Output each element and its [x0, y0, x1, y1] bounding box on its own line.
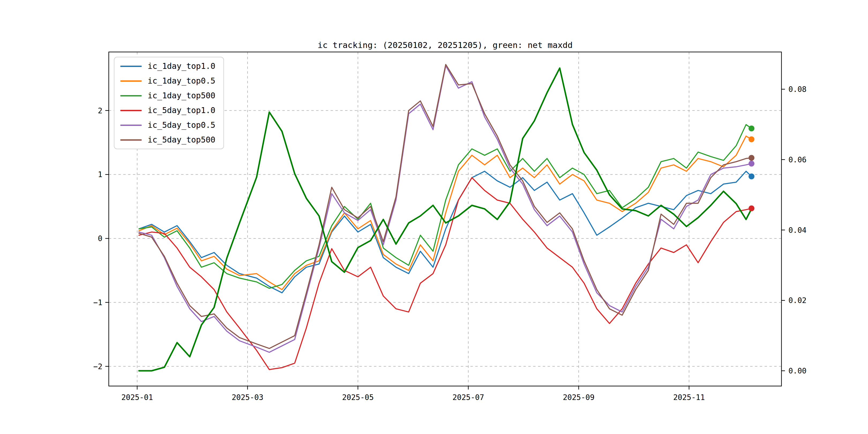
x-tick-label: 2025-11 [673, 393, 705, 402]
legend-item-ic_1day_top0.5: ic_1day_top0.5 [120, 76, 215, 86]
left-tick-label: −1 [93, 298, 102, 307]
series-end-dot-ic_1day_top0.5 [748, 136, 754, 142]
x-tick-label: 2025-03 [232, 393, 264, 402]
legend-label: ic_1day_top1.0 [148, 62, 215, 71]
chart-title: ic tracking: (20250102, 20251205), green… [109, 40, 781, 50]
left-tick-label: 0 [98, 234, 102, 243]
legend-label: ic_5day_top0.5 [148, 121, 215, 130]
series-end-dot-ic_1day_top1.0 [748, 173, 754, 179]
legend-item-ic_1day_top1.0: ic_1day_top1.0 [120, 62, 215, 71]
series-line-ic_1day_top0.5 [139, 136, 751, 289]
legend-swatch-icon [120, 125, 142, 126]
left-tick-label: 1 [98, 170, 102, 179]
legend-label: ic_1day_top0.5 [148, 76, 215, 86]
right-tick-label: 0.06 [788, 155, 806, 164]
legend-item-ic_5day_top500: ic_5day_top500 [120, 135, 215, 145]
legend-box: ic_1day_top1.0ic_1day_top0.5ic_1day_top5… [114, 57, 224, 149]
x-tick-label: 2025-07 [453, 393, 484, 402]
legend-item-ic_5day_top0.5: ic_5day_top0.5 [120, 121, 215, 130]
legend-item-ic_1day_top500: ic_1day_top500 [120, 91, 215, 100]
legend-swatch-icon [120, 95, 142, 96]
x-tick-label: 2025-09 [563, 393, 594, 402]
legend-label: ic_1day_top500 [148, 91, 215, 100]
series-end-dot-ic_5day_top500 [748, 155, 754, 161]
series-end-dot-ic_5day_top0.5 [748, 161, 754, 167]
legend-item-ic_5day_top1.0: ic_5day_top1.0 [120, 106, 215, 115]
legend-swatch-icon [120, 66, 142, 67]
series-end-dot-ic_5day_top1.0 [748, 206, 754, 211]
x-tick-label: 2025-01 [121, 393, 153, 402]
right-tick-label: 0.00 [788, 367, 806, 375]
right-tick-label: 0.08 [788, 85, 806, 94]
chart-figure: 2025-012025-032025-052025-072025-092025-… [0, 0, 868, 434]
legend-swatch-icon [120, 110, 142, 111]
legend-label: ic_5day_top1.0 [148, 106, 215, 115]
left-tick-label: −2 [93, 362, 102, 371]
series-end-dot-ic_1day_top500 [748, 125, 754, 131]
right-tick-label: 0.02 [788, 296, 806, 305]
right-tick-label: 0.04 [788, 226, 806, 235]
legend-swatch-icon [120, 81, 142, 82]
left-tick-label: 2 [98, 106, 102, 115]
legend-label: ic_5day_top500 [148, 135, 215, 145]
series-line-ic_5day_top0.5 [139, 66, 751, 352]
legend-swatch-icon [120, 139, 142, 141]
x-tick-label: 2025-05 [342, 393, 374, 402]
